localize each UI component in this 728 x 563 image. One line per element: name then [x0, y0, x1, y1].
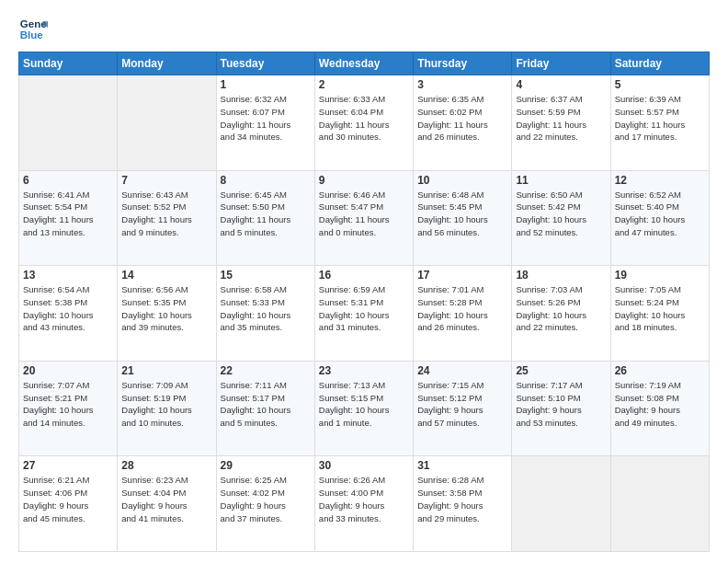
- calendar-cell: 2Sunrise: 6:33 AM Sunset: 6:04 PM Daylig…: [314, 75, 413, 171]
- day-number: 23: [319, 364, 409, 377]
- day-info: Sunrise: 7:01 AM Sunset: 5:28 PM Dayligh…: [417, 283, 507, 334]
- weekday-header-tuesday: Tuesday: [216, 52, 314, 75]
- weekday-header-monday: Monday: [118, 52, 216, 75]
- day-number: 3: [417, 78, 507, 91]
- day-number: 4: [516, 78, 606, 91]
- day-info: Sunrise: 6:52 AM Sunset: 5:40 PM Dayligh…: [615, 189, 705, 239]
- day-number: 12: [615, 174, 705, 187]
- day-number: 24: [417, 364, 507, 377]
- day-number: 29: [221, 459, 311, 472]
- day-info: Sunrise: 6:43 AM Sunset: 5:52 PM Dayligh…: [121, 189, 211, 239]
- day-info: Sunrise: 6:39 AM Sunset: 5:57 PM Dayligh…: [615, 93, 705, 144]
- calendar-table: SundayMondayTuesdayWednesdayThursdayFrid…: [18, 52, 710, 552]
- calendar-cell: 12Sunrise: 6:52 AM Sunset: 5:40 PM Dayli…: [610, 170, 709, 266]
- day-number: 13: [23, 269, 113, 282]
- day-number: 9: [319, 174, 409, 187]
- calendar-cell: [512, 456, 610, 552]
- calendar-cell: 4Sunrise: 6:37 AM Sunset: 5:59 PM Daylig…: [512, 75, 610, 171]
- weekday-header-saturday: Saturday: [610, 52, 709, 75]
- day-number: 2: [319, 78, 409, 91]
- day-number: 7: [121, 174, 211, 187]
- day-info: Sunrise: 6:48 AM Sunset: 5:45 PM Dayligh…: [417, 189, 507, 239]
- calendar-week-0: 1Sunrise: 6:32 AM Sunset: 6:07 PM Daylig…: [19, 75, 710, 171]
- day-info: Sunrise: 6:59 AM Sunset: 5:31 PM Dayligh…: [319, 283, 409, 334]
- calendar-cell: 3Sunrise: 6:35 AM Sunset: 6:02 PM Daylig…: [414, 75, 512, 171]
- day-number: 25: [516, 364, 606, 377]
- day-info: Sunrise: 6:32 AM Sunset: 6:07 PM Dayligh…: [221, 93, 311, 144]
- calendar-week-2: 13Sunrise: 6:54 AM Sunset: 5:38 PM Dayli…: [19, 266, 710, 362]
- calendar-week-3: 20Sunrise: 7:07 AM Sunset: 5:21 PM Dayli…: [19, 361, 710, 456]
- calendar-cell: 9Sunrise: 6:46 AM Sunset: 5:47 PM Daylig…: [314, 170, 413, 266]
- weekday-header-friday: Friday: [512, 52, 610, 75]
- weekday-header-wednesday: Wednesday: [314, 52, 413, 75]
- day-number: 26: [615, 364, 705, 377]
- day-number: 19: [615, 269, 705, 282]
- page: General Blue SundayMondayTuesdayWednesda…: [0, 0, 728, 563]
- day-info: Sunrise: 6:45 AM Sunset: 5:50 PM Dayligh…: [221, 189, 311, 239]
- day-info: Sunrise: 7:03 AM Sunset: 5:26 PM Dayligh…: [516, 283, 606, 334]
- calendar-cell: [610, 456, 709, 552]
- calendar-cell: 28Sunrise: 6:23 AM Sunset: 4:04 PM Dayli…: [118, 456, 216, 552]
- header: General Blue: [18, 15, 710, 44]
- logo-icon: General Blue: [18, 15, 48, 44]
- day-info: Sunrise: 6:25 AM Sunset: 4:02 PM Dayligh…: [221, 474, 311, 524]
- calendar-week-1: 6Sunrise: 6:41 AM Sunset: 5:54 PM Daylig…: [19, 170, 710, 266]
- day-number: 8: [221, 174, 311, 187]
- day-number: 28: [121, 459, 211, 472]
- calendar-cell: 30Sunrise: 6:26 AM Sunset: 4:00 PM Dayli…: [314, 456, 413, 552]
- calendar-cell: 16Sunrise: 6:59 AM Sunset: 5:31 PM Dayli…: [314, 266, 413, 362]
- weekday-header-thursday: Thursday: [414, 52, 512, 75]
- calendar-cell: 8Sunrise: 6:45 AM Sunset: 5:50 PM Daylig…: [216, 170, 314, 266]
- calendar-cell: [118, 75, 216, 171]
- calendar-cell: 20Sunrise: 7:07 AM Sunset: 5:21 PM Dayli…: [19, 361, 118, 456]
- day-number: 30: [319, 459, 409, 472]
- day-number: 16: [319, 269, 409, 282]
- weekday-header-row: SundayMondayTuesdayWednesdayThursdayFrid…: [19, 52, 710, 75]
- day-number: 31: [417, 459, 507, 472]
- day-info: Sunrise: 6:50 AM Sunset: 5:42 PM Dayligh…: [516, 189, 606, 239]
- calendar-cell: 24Sunrise: 7:15 AM Sunset: 5:12 PM Dayli…: [414, 361, 512, 456]
- day-number: 20: [23, 364, 113, 377]
- day-number: 18: [516, 269, 606, 282]
- day-number: 27: [23, 459, 113, 472]
- calendar-cell: 22Sunrise: 7:11 AM Sunset: 5:17 PM Dayli…: [216, 361, 314, 456]
- day-info: Sunrise: 7:19 AM Sunset: 5:08 PM Dayligh…: [615, 379, 705, 430]
- calendar-cell: 23Sunrise: 7:13 AM Sunset: 5:15 PM Dayli…: [314, 361, 413, 456]
- day-number: 1: [221, 78, 311, 91]
- calendar-cell: 14Sunrise: 6:56 AM Sunset: 5:35 PM Dayli…: [118, 266, 216, 362]
- calendar-week-4: 27Sunrise: 6:21 AM Sunset: 4:06 PM Dayli…: [19, 456, 710, 552]
- day-info: Sunrise: 6:28 AM Sunset: 3:58 PM Dayligh…: [417, 474, 507, 524]
- calendar-cell: 18Sunrise: 7:03 AM Sunset: 5:26 PM Dayli…: [512, 266, 610, 362]
- day-number: 11: [516, 174, 606, 187]
- day-info: Sunrise: 6:26 AM Sunset: 4:00 PM Dayligh…: [319, 474, 409, 524]
- calendar-cell: 1Sunrise: 6:32 AM Sunset: 6:07 PM Daylig…: [216, 75, 314, 171]
- svg-text:Blue: Blue: [20, 29, 44, 40]
- calendar-cell: 29Sunrise: 6:25 AM Sunset: 4:02 PM Dayli…: [216, 456, 314, 552]
- day-info: Sunrise: 7:11 AM Sunset: 5:17 PM Dayligh…: [221, 379, 311, 430]
- day-number: 21: [121, 364, 211, 377]
- day-info: Sunrise: 6:37 AM Sunset: 5:59 PM Dayligh…: [516, 93, 606, 144]
- day-info: Sunrise: 7:17 AM Sunset: 5:10 PM Dayligh…: [516, 379, 606, 430]
- day-number: 22: [221, 364, 311, 377]
- calendar-cell: 31Sunrise: 6:28 AM Sunset: 3:58 PM Dayli…: [414, 456, 512, 552]
- day-number: 10: [417, 174, 507, 187]
- day-info: Sunrise: 6:41 AM Sunset: 5:54 PM Dayligh…: [23, 189, 113, 239]
- calendar-cell: 15Sunrise: 6:58 AM Sunset: 5:33 PM Dayli…: [216, 266, 314, 362]
- weekday-header-sunday: Sunday: [19, 52, 118, 75]
- calendar-cell: [19, 75, 118, 171]
- day-number: 14: [121, 269, 211, 282]
- day-info: Sunrise: 6:33 AM Sunset: 6:04 PM Dayligh…: [319, 93, 409, 144]
- day-number: 5: [615, 78, 705, 91]
- day-info: Sunrise: 6:46 AM Sunset: 5:47 PM Dayligh…: [319, 189, 409, 239]
- day-info: Sunrise: 6:56 AM Sunset: 5:35 PM Dayligh…: [121, 283, 211, 334]
- logo: General Blue: [18, 15, 48, 44]
- day-number: 6: [23, 174, 113, 187]
- day-number: 15: [221, 269, 311, 282]
- day-info: Sunrise: 6:58 AM Sunset: 5:33 PM Dayligh…: [221, 283, 311, 334]
- calendar-cell: 27Sunrise: 6:21 AM Sunset: 4:06 PM Dayli…: [19, 456, 118, 552]
- calendar-cell: 13Sunrise: 6:54 AM Sunset: 5:38 PM Dayli…: [19, 266, 118, 362]
- calendar-cell: 26Sunrise: 7:19 AM Sunset: 5:08 PM Dayli…: [610, 361, 709, 456]
- calendar-cell: 5Sunrise: 6:39 AM Sunset: 5:57 PM Daylig…: [610, 75, 709, 171]
- calendar-cell: 6Sunrise: 6:41 AM Sunset: 5:54 PM Daylig…: [19, 170, 118, 266]
- calendar-cell: 17Sunrise: 7:01 AM Sunset: 5:28 PM Dayli…: [414, 266, 512, 362]
